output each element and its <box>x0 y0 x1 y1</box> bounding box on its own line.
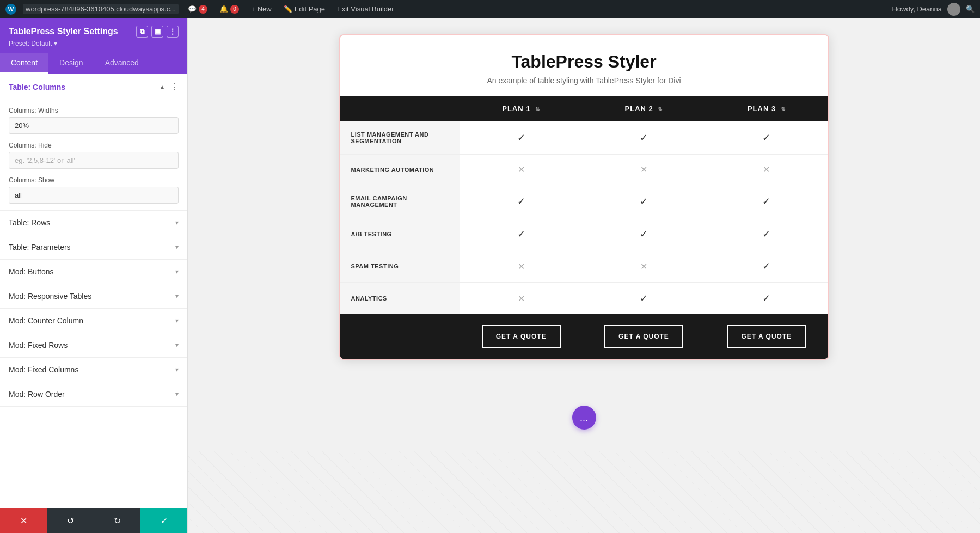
save-button[interactable]: ✓ <box>140 508 187 533</box>
columns-collapse-icon[interactable]: ▲ <box>159 83 166 91</box>
bottom-toolbar: ✕ ↺ ↻ ✓ <box>0 508 187 533</box>
section-mod-counter[interactable]: Mod: Counter Column ▾ <box>0 309 187 333</box>
sort-icon-plan1[interactable]: ⇅ <box>535 106 540 112</box>
check-icon: ✓ <box>640 293 648 304</box>
plan2-cell: ✕ <box>583 155 705 185</box>
widths-input[interactable] <box>9 117 179 134</box>
main-content: TablePress Styler An example of table st… <box>188 18 980 533</box>
show-input[interactable] <box>9 187 179 204</box>
plan2-cell: ✓ <box>583 121 705 155</box>
tab-content[interactable]: Content <box>0 53 48 74</box>
check-icon: ✓ <box>762 196 770 207</box>
sort-icon-plan2[interactable]: ⇅ <box>658 106 663 112</box>
section-mod-responsive[interactable]: Mod: Responsive Tables ▾ <box>0 284 187 309</box>
check-icon: ✓ <box>517 229 525 240</box>
hide-input[interactable] <box>9 152 179 169</box>
show-label: Columns: Show <box>9 176 179 184</box>
plan3-cell: ✓ <box>705 185 828 218</box>
sidebar-tabs: Content Design Advanced <box>0 53 187 74</box>
plan1-label: PLAN 1 <box>502 105 530 113</box>
quote-btn-3[interactable]: GET A QUOTE <box>727 325 806 348</box>
section-mod-buttons[interactable]: Mod: Buttons ▾ <box>0 260 187 284</box>
preset-label[interactable]: Preset: Default ▾ <box>9 40 179 47</box>
section-columns-header[interactable]: Table: Columns ▲ ⋮ <box>0 74 187 100</box>
mod-responsive-chevron: ▾ <box>175 292 179 300</box>
plan1-cell: ✕ <box>460 283 583 315</box>
plan2-cell: ✓ <box>583 185 705 218</box>
plan2-label: PLAN 2 <box>625 105 653 113</box>
preset-chevron: ▾ <box>54 40 57 47</box>
check-icon: ✓ <box>640 229 648 240</box>
section-columns-title: Table: Columns <box>9 83 65 91</box>
widths-label: Columns: Widths <box>9 107 179 114</box>
site-url-text: wordpress-784896-3610405.cloudwaysapps.c… <box>26 5 176 13</box>
preset-text: Preset: Default <box>9 40 52 47</box>
pencil-icon: ✏️ <box>284 5 292 13</box>
mod-buttons-chevron: ▾ <box>175 268 179 275</box>
mod-row-order-title: Mod: Row Order <box>9 390 65 399</box>
mod-fixed-columns-title: Mod: Fixed Columns <box>9 365 78 374</box>
section-mod-fixed-rows[interactable]: Mod: Fixed Rows ▾ <box>0 333 187 358</box>
header-plan1[interactable]: PLAN 1 ⇅ <box>460 96 583 121</box>
plan3-label: PLAN 3 <box>748 105 776 113</box>
edit-page-link[interactable]: ✏️ Edit Page <box>281 4 328 14</box>
section-rows[interactable]: Table: Rows ▾ <box>0 211 187 235</box>
section-mod-row-order[interactable]: Mod: Row Order ▾ <box>0 382 187 407</box>
section-mod-fixed-columns[interactable]: Mod: Fixed Columns ▾ <box>0 358 187 382</box>
search-icon[interactable]: 🔍 <box>966 5 975 13</box>
edit-page-label: Edit Page <box>295 5 325 13</box>
cancel-button[interactable]: ✕ <box>0 508 47 533</box>
plan3-cell: ✕ <box>705 155 828 185</box>
title-icons: ⧉ ▣ ⋮ <box>136 26 179 38</box>
fab-button[interactable]: ... <box>572 406 596 430</box>
header-plan3[interactable]: PLAN 3 ⇅ <box>705 96 828 121</box>
quote-btn-1[interactable]: GET A QUOTE <box>482 325 561 348</box>
sidebar-content: Table: Columns ▲ ⋮ Columns: Widths Colum… <box>0 74 187 508</box>
table-row: SPAM TESTING✕✕✓ <box>340 250 828 283</box>
cross-icon: ✕ <box>640 165 647 174</box>
field-widths: Columns: Widths <box>9 107 179 134</box>
section-columns-body: Columns: Widths Columns: Hide Columns: S… <box>0 100 187 211</box>
columns-controls: ▲ ⋮ <box>159 82 179 92</box>
quote-btn-2[interactable]: GET A QUOTE <box>604 325 683 348</box>
layout-icon[interactable]: ▣ <box>151 26 163 38</box>
parameters-chevron: ▾ <box>175 243 179 251</box>
footer-empty <box>340 314 460 359</box>
check-icon: ✓ <box>640 132 648 143</box>
comments-link[interactable]: 💬 4 <box>185 4 210 15</box>
tab-advanced[interactable]: Advanced <box>94 53 150 74</box>
parameters-title: Table: Parameters <box>9 243 71 252</box>
check-icon: ✓ <box>762 229 770 240</box>
plan1-cell: ✓ <box>460 185 583 218</box>
site-url[interactable]: wordpress-784896-3610405.cloudwaysapps.c… <box>23 4 179 14</box>
hide-label: Columns: Hide <box>9 142 179 149</box>
mod-fixed-rows-chevron: ▾ <box>175 341 179 349</box>
section-parameters[interactable]: Table: Parameters ▾ <box>0 235 187 260</box>
columns-menu-icon[interactable]: ⋮ <box>170 82 179 92</box>
copy-icon[interactable]: ⧉ <box>136 26 148 38</box>
pricing-table: PLAN 1 ⇅ PLAN 2 ⇅ PLAN 3 ⇅ <box>340 96 828 359</box>
sort-icon-plan3[interactable]: ⇅ <box>781 106 786 112</box>
exit-builder-link[interactable]: Exit Visual Builder <box>334 4 397 14</box>
undo-button[interactable]: ↺ <box>47 508 94 533</box>
table-row: MARKETING AUTOMATION✕✕✕ <box>340 155 828 185</box>
feature-cell: ANALYTICS <box>340 283 460 315</box>
notif-icon: 🔔 <box>219 5 228 13</box>
preview-area: TablePress Styler An example of table st… <box>188 18 980 451</box>
tab-design[interactable]: Design <box>48 53 94 74</box>
plan1-cell: ✕ <box>460 155 583 185</box>
new-button[interactable]: + New <box>248 4 274 14</box>
plan3-cell: ✓ <box>705 250 828 283</box>
footer-plan2: GET A QUOTE <box>583 314 705 359</box>
wordpress-logo[interactable]: W <box>5 4 16 15</box>
rows-chevron: ▾ <box>175 219 179 226</box>
redo-button[interactable]: ↻ <box>94 508 140 533</box>
more-icon[interactable]: ⋮ <box>167 26 179 38</box>
footer-plan3: GET A QUOTE <box>705 314 828 359</box>
table-footer-row: GET A QUOTE GET A QUOTE GET A QUOTE <box>340 314 828 359</box>
header-plan2[interactable]: PLAN 2 ⇅ <box>583 96 705 121</box>
table-card-header: TablePress Styler An example of table st… <box>340 35 828 96</box>
notifications-link[interactable]: 🔔 0 <box>217 4 242 15</box>
plugin-title-text: TablePress Styler Settings <box>9 27 132 36</box>
plan2-cell: ✓ <box>583 218 705 250</box>
